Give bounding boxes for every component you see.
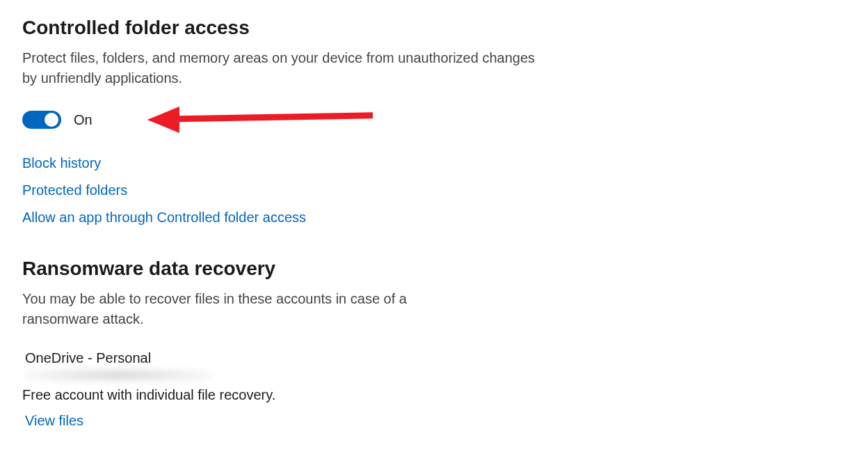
- ransomware-description: You may be able to recover files in thes…: [22, 289, 467, 329]
- toggle-knob: [45, 113, 58, 127]
- cfa-toggle-row: On: [22, 111, 846, 129]
- cfa-toggle[interactable]: [22, 111, 61, 129]
- cfa-toggle-label: On: [74, 112, 93, 128]
- view-files-link[interactable]: View files: [25, 413, 83, 429]
- svg-marker-0: [147, 107, 179, 133]
- arrow-annotation-icon: [147, 104, 377, 136]
- cfa-description: Protect files, folders, and memory areas…: [22, 48, 537, 88]
- protected-folders-link[interactable]: Protected folders: [22, 182, 127, 198]
- ransomware-heading: Ransomware data recovery: [22, 256, 846, 281]
- allow-app-link[interactable]: Allow an app through Controlled folder a…: [22, 210, 306, 226]
- onedrive-account-email-redacted: [24, 368, 211, 383]
- cfa-heading: Controlled folder access: [22, 15, 846, 40]
- onedrive-account-name: OneDrive - Personal: [25, 350, 846, 366]
- svg-rect-2: [178, 112, 373, 122]
- onedrive-account-note: Free account with individual file recove…: [22, 387, 846, 403]
- svg-marker-1: [147, 108, 179, 132]
- cfa-links: Block history Protected folders Allow an…: [22, 155, 846, 226]
- block-history-link[interactable]: Block history: [22, 155, 101, 171]
